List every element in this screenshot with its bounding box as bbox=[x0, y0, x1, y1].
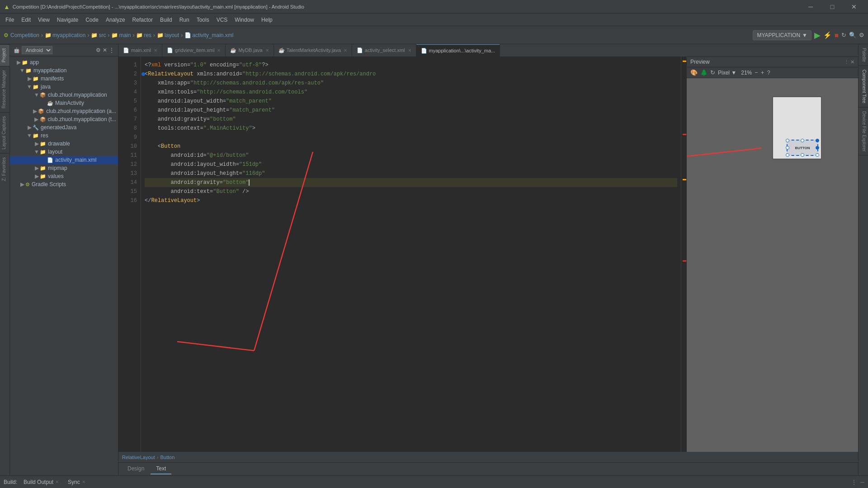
tab-close-icon[interactable]: ✕ bbox=[154, 48, 157, 53]
debug-icon[interactable]: ⚡ bbox=[823, 31, 832, 39]
device-selector[interactable]: Pixel ▼ bbox=[718, 70, 736, 76]
tree-item-mainactivity[interactable]: ☕ MainActivity bbox=[10, 99, 118, 107]
help-icon[interactable]: ? bbox=[767, 69, 770, 76]
tree-item-package1[interactable]: ▼ 📦 club.zhuol.myapplication bbox=[10, 91, 118, 99]
bc-res[interactable]: res bbox=[144, 32, 151, 38]
close-button[interactable]: ✕ bbox=[844, 0, 864, 14]
search-icon[interactable]: 🔍 bbox=[849, 32, 856, 38]
tab-mydb[interactable]: ☕ MyDB.java ✕ bbox=[226, 44, 274, 56]
bc-relativelayout[interactable]: RelativeLayout bbox=[122, 455, 155, 460]
tab-gridview[interactable]: 📄 gridview_item.xml ✕ bbox=[162, 44, 226, 56]
tab-label: activity_select.xml bbox=[365, 47, 405, 53]
tree-item-manifests[interactable]: ▶ 📁 manifests bbox=[10, 75, 118, 83]
build-right: ⋮ ─ bbox=[851, 479, 864, 485]
phone-preview: BUTTON bbox=[772, 96, 822, 160]
tab-close-icon[interactable]: ✕ bbox=[408, 48, 411, 53]
tab-talent[interactable]: ☕ TalentMarketActivity.java ✕ bbox=[274, 44, 352, 56]
tree-item-mipmap[interactable]: ▶ 📁 mipmap bbox=[10, 164, 118, 172]
sync-tab[interactable]: Sync ✕ bbox=[65, 479, 88, 485]
tab-close-icon[interactable]: ✕ bbox=[344, 48, 347, 53]
tree-item-activity-main[interactable]: 📄 activity_main.xml bbox=[10, 156, 118, 164]
more-icon[interactable]: ⋮ bbox=[109, 47, 114, 53]
tree-item-drawable[interactable]: ▶ 📁 drawable bbox=[10, 140, 118, 148]
tree-item-values[interactable]: ▶ 📁 values bbox=[10, 172, 118, 180]
maximize-button[interactable]: □ bbox=[822, 0, 843, 14]
bc-competition[interactable]: Competition bbox=[10, 32, 39, 38]
tab-java-icon: ☕ bbox=[278, 47, 285, 53]
sync-icon[interactable]: ↻ bbox=[841, 32, 846, 38]
menu-window[interactable]: Window bbox=[231, 15, 258, 25]
settings-icon[interactable]: ⚙ bbox=[859, 32, 864, 38]
project-view-select[interactable]: Android bbox=[22, 46, 52, 54]
palette-tab[interactable]: Palette bbox=[859, 44, 868, 66]
svg-line-2 bbox=[687, 148, 761, 200]
close-icon[interactable]: ✕ bbox=[82, 479, 85, 484]
project-tab[interactable]: Project bbox=[0, 44, 9, 66]
preview-content[interactable]: BUTTON bbox=[687, 78, 858, 452]
package-icon: 📦 bbox=[40, 92, 46, 98]
menu-view[interactable]: View bbox=[34, 15, 53, 25]
bc-file[interactable]: activity_main.xml bbox=[192, 32, 233, 38]
tree-item-java[interactable]: ▼ 📁 java bbox=[10, 83, 118, 91]
bc-button[interactable]: Button bbox=[160, 455, 175, 460]
run-button[interactable]: ▶ bbox=[814, 30, 821, 40]
tab-activity-main[interactable]: 📄 myapplication\...\activity_ma... bbox=[416, 44, 500, 56]
tree-item-package2[interactable]: ▶ 📦 club.zhuol.myapplication (a... bbox=[10, 107, 118, 115]
menu-navigate[interactable]: Navigate bbox=[53, 15, 82, 25]
code-content[interactable]: <?xml version="1.0" encoding="utf-8"?> <… bbox=[141, 57, 681, 452]
menu-analyze[interactable]: Analyze bbox=[102, 15, 129, 25]
menu-tools[interactable]: Tools bbox=[193, 15, 213, 25]
palette-icon[interactable]: 🎨 bbox=[690, 69, 698, 76]
minimize-button[interactable]: ─ bbox=[800, 0, 821, 14]
expand-arrow: ▶ bbox=[26, 124, 33, 131]
preview-toolbar: 🎨 🌲 ↻ Pixel ▼ 21% − + ? bbox=[687, 67, 858, 78]
component-tree-tab[interactable]: Component Tree bbox=[859, 66, 868, 108]
tree-label: mipmap bbox=[48, 165, 67, 171]
tree-item-app[interactable]: ▶ 📁 app bbox=[10, 58, 118, 66]
close-icon[interactable]: ✕ bbox=[55, 479, 59, 484]
folder-icon: 📁 bbox=[25, 68, 32, 74]
menu-build[interactable]: Build bbox=[156, 15, 176, 25]
tab-text[interactable]: Text bbox=[151, 464, 171, 474]
layout-captures-tab[interactable]: Layout Captures bbox=[0, 112, 9, 153]
tab-design[interactable]: Design bbox=[122, 464, 150, 474]
favorites-tab[interactable]: Z: Favorites bbox=[0, 153, 9, 185]
bc-layout[interactable]: layout bbox=[165, 32, 179, 38]
bc-src[interactable]: src bbox=[99, 32, 106, 38]
tab-close-icon[interactable]: ✕ bbox=[217, 48, 221, 53]
tree-item-gradle[interactable]: ▶ ⚙ Gradle Scripts bbox=[10, 180, 118, 188]
tree-item-myapplication[interactable]: ▼ 📁 myapplication bbox=[10, 66, 118, 75]
build-minimize-icon[interactable]: ─ bbox=[860, 479, 864, 485]
menu-help[interactable]: Help bbox=[258, 15, 276, 25]
bc-myapplication[interactable]: myapplication bbox=[52, 32, 85, 38]
menu-edit[interactable]: Edit bbox=[18, 15, 34, 25]
menu-file[interactable]: File bbox=[2, 15, 18, 25]
tab-select[interactable]: 📄 activity_select.xml ✕ bbox=[352, 44, 416, 56]
menu-bar: File Edit View Navigate Code Analyze Ref… bbox=[0, 14, 868, 26]
bc-main[interactable]: main bbox=[119, 32, 131, 38]
menu-refactor[interactable]: Refactor bbox=[129, 15, 156, 25]
tree-item-generatedjava[interactable]: ▶ 🔧 generatedJava bbox=[10, 123, 118, 131]
stop-icon[interactable]: ■ bbox=[835, 31, 839, 39]
zoom-out-icon[interactable]: − bbox=[755, 69, 758, 76]
tab-close-icon[interactable]: ✕ bbox=[265, 48, 269, 53]
tab-java-icon: ☕ bbox=[230, 47, 236, 53]
resource-manager-tab[interactable]: Resource Manager bbox=[0, 66, 9, 112]
tree-item-res[interactable]: ▼ 📁 res bbox=[10, 131, 118, 140]
tab-main-xml[interactable]: 📄 main.xml ✕ bbox=[118, 44, 162, 56]
menu-code[interactable]: Code bbox=[82, 15, 102, 25]
app-selector[interactable]: MYAPPLICATION ▼ bbox=[753, 30, 811, 40]
component-tree-icon[interactable]: 🌲 bbox=[700, 69, 708, 76]
tree-item-package3[interactable]: ▶ 📦 club.zhuol.myapplication (t... bbox=[10, 115, 118, 123]
close-icon[interactable]: ✕ bbox=[103, 47, 107, 53]
refresh-icon[interactable]: ↻ bbox=[710, 69, 715, 76]
gear-icon[interactable]: ⚙ bbox=[96, 47, 101, 53]
build-more-icon[interactable]: ⋮ bbox=[851, 479, 857, 485]
menu-run[interactable]: Run bbox=[176, 15, 193, 25]
menu-vcs[interactable]: VCS bbox=[213, 15, 231, 25]
tree-item-layout[interactable]: ▼ 📁 layout bbox=[10, 148, 118, 156]
device-file-explorer-tab[interactable]: Device File Explorer bbox=[859, 108, 868, 155]
zoom-in-icon[interactable]: + bbox=[761, 69, 764, 76]
gutter-warning bbox=[683, 61, 686, 62]
build-output-tab[interactable]: Build Output ✕ bbox=[21, 479, 61, 485]
